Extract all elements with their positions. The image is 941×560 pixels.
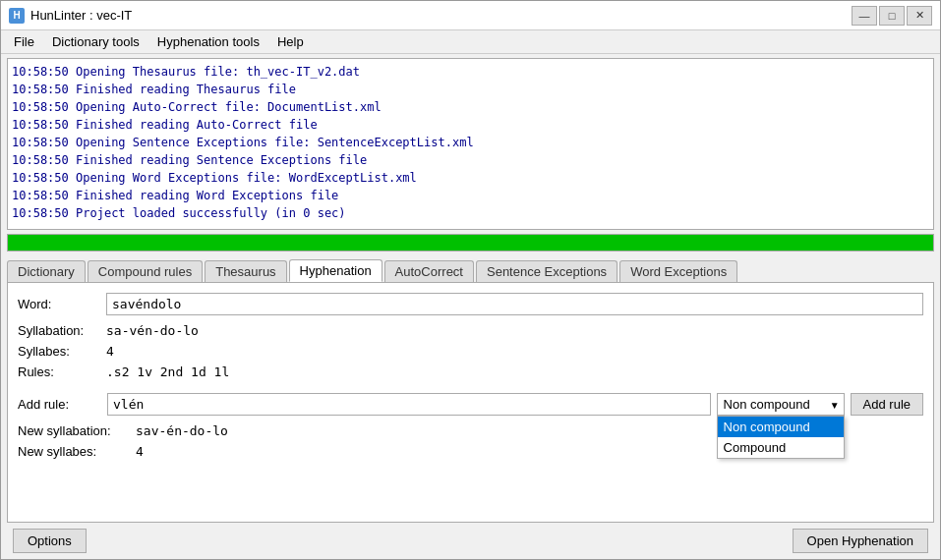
menu-hyphenation-tools[interactable]: Hyphenation tools <box>148 31 268 52</box>
rules-row: Rules: .s2 1v 2nd 1d 1l <box>18 364 923 379</box>
tabs-row: Dictionary Compound rules Thesaurus Hyph… <box>1 255 940 282</box>
menu-help[interactable]: Help <box>268 31 313 52</box>
tab-content-hyphenation: Word: Syllabation: sa-vén-do-lo Syllabes… <box>7 282 934 523</box>
close-button[interactable]: ✕ <box>907 6 932 26</box>
log-line: 10:58:50 Finished reading Thesaurus file <box>12 81 929 98</box>
log-line: 10:58:50 Opening Sentence Exceptions fil… <box>12 134 929 151</box>
progress-bar-container <box>7 234 934 252</box>
add-rule-input[interactable] <box>107 393 711 416</box>
log-line: 10:58:50 Opening Thesaurus file: th_vec-… <box>12 63 929 81</box>
compound-dropdown-menu: Non compound Compound <box>717 416 845 459</box>
title-bar-left: H HunLinter : vec-IT <box>9 8 132 24</box>
new-syllabation-label: New syllabation: <box>18 423 136 438</box>
menu-file[interactable]: File <box>5 31 43 52</box>
syllabes-label: Syllabes: <box>18 344 106 359</box>
tab-autocorrect[interactable]: AutoCorrect <box>384 260 474 282</box>
log-line: 10:58:50 Finished reading Auto-Correct f… <box>12 116 929 134</box>
app-icon: H <box>9 8 25 24</box>
log-line: 10:58:50 Opening Word Exceptions file: W… <box>12 169 929 187</box>
maximize-button[interactable]: □ <box>879 6 905 26</box>
menubar: File Dictionary tools Hyphenation tools … <box>1 30 940 54</box>
rules-label: Rules: <box>18 364 106 379</box>
log-area: 10:58:50 Opening Thesaurus file: th_vec-… <box>7 58 934 230</box>
add-rule-row: Add rule: Non compound ▼ Non compound Co… <box>18 393 923 416</box>
options-button[interactable]: Options <box>13 529 87 553</box>
rules-value: .s2 1v 2nd 1d 1l <box>106 364 229 379</box>
tab-word-exceptions[interactable]: Word Exceptions <box>619 260 737 282</box>
syllabation-value: sa-vén-do-lo <box>106 323 199 338</box>
menu-dictionary-tools[interactable]: Dictionary tools <box>43 31 148 52</box>
compound-dropdown-button[interactable]: Non compound ▼ <box>717 393 845 416</box>
compound-dropdown-wrapper: Non compound ▼ Non compound Compound <box>717 393 845 416</box>
syllabes-value: 4 <box>106 344 114 359</box>
log-line: 10:58:50 Opening Auto-Correct file: Docu… <box>12 98 929 116</box>
syllabes-row: Syllabes: 4 <box>18 344 923 359</box>
title-bar: H HunLinter : vec-IT — □ ✕ <box>1 1 940 30</box>
chevron-down-icon: ▼ <box>830 399 840 410</box>
new-syllabes-label: New syllabes: <box>18 444 136 459</box>
tab-thesaurus[interactable]: Thesaurus <box>205 260 286 282</box>
minimize-button[interactable]: — <box>852 6 877 26</box>
progress-bar-fill <box>8 235 933 251</box>
compound-dropdown-selected: Non compound <box>724 397 810 412</box>
new-syllabes-value: 4 <box>136 444 144 459</box>
open-hyphenation-button[interactable]: Open Hyphenation <box>793 529 928 553</box>
syllabation-label: Syllabation: <box>18 323 106 338</box>
bottom-bar: Options Open Hyphenation <box>1 523 940 559</box>
log-line: 10:58:50 Project loaded successfully (in… <box>12 204 929 222</box>
word-label: Word: <box>18 297 106 311</box>
syllabation-row: Syllabation: sa-vén-do-lo <box>18 323 923 338</box>
dropdown-option-non-compound[interactable]: Non compound <box>718 417 844 437</box>
log-line: 10:58:50 Finished reading Sentence Excep… <box>12 151 929 169</box>
main-window: H HunLinter : vec-IT — □ ✕ File Dictiona… <box>0 0 941 560</box>
title-controls: — □ ✕ <box>852 6 932 26</box>
tab-dictionary[interactable]: Dictionary <box>7 260 86 282</box>
word-input[interactable] <box>106 293 923 315</box>
tab-hyphenation[interactable]: Hyphenation <box>289 259 382 282</box>
word-row: Word: <box>18 293 923 315</box>
add-rule-button[interactable]: Add rule <box>851 393 923 416</box>
tab-compound-rules[interactable]: Compound rules <box>88 260 203 282</box>
add-rule-label: Add rule: <box>18 397 101 412</box>
dropdown-option-compound[interactable]: Compound <box>718 437 844 458</box>
tab-sentence-exceptions[interactable]: Sentence Exceptions <box>476 260 618 282</box>
log-line: 10:58:50 Finished reading Word Exception… <box>12 187 929 204</box>
new-syllabation-value: sav-én-do-lo <box>136 423 228 438</box>
window-title: HunLinter : vec-IT <box>30 8 132 23</box>
